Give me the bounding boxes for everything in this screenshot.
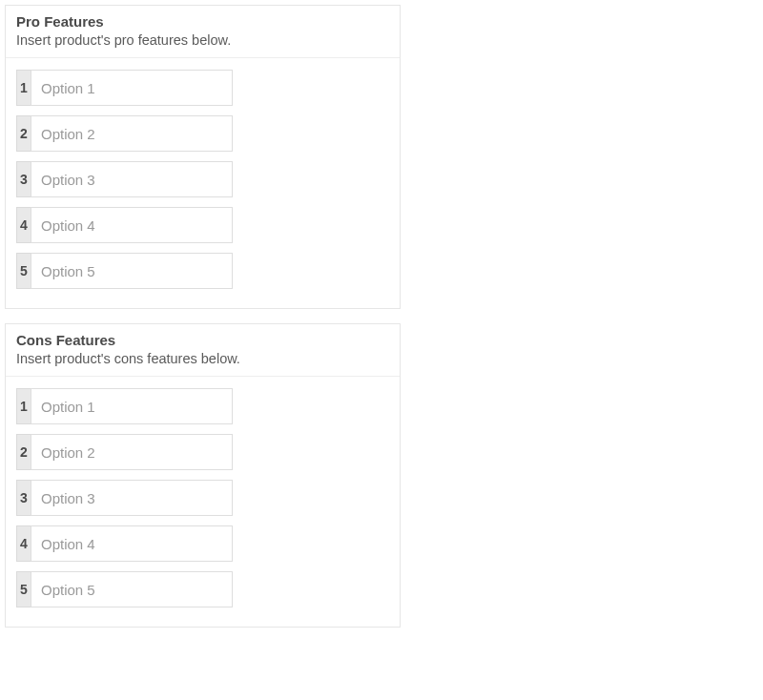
pro-option-input-5[interactable] bbox=[31, 253, 233, 289]
pro-option-input-3[interactable] bbox=[31, 161, 233, 197]
pro-option-input-2[interactable] bbox=[31, 115, 233, 152]
pro-option-number: 4 bbox=[16, 207, 31, 243]
cons-option-row: 1 bbox=[16, 388, 233, 424]
pro-option-number: 1 bbox=[16, 70, 31, 106]
cons-option-number: 3 bbox=[16, 480, 31, 516]
cons-option-row: 3 bbox=[16, 480, 233, 516]
pro-option-input-4[interactable] bbox=[31, 207, 233, 243]
cons-option-row: 4 bbox=[16, 525, 233, 562]
cons-option-number: 5 bbox=[16, 571, 31, 607]
cons-option-input-5[interactable] bbox=[31, 571, 233, 607]
cons-title: Cons Features bbox=[16, 332, 389, 348]
pro-features-panel: Pro Features Insert product's pro featur… bbox=[5, 5, 401, 309]
cons-option-number: 4 bbox=[16, 525, 31, 562]
pro-desc: Insert product's pro features below. bbox=[16, 32, 389, 48]
pro-body: 1 2 3 4 5 bbox=[6, 58, 400, 308]
pro-option-input-1[interactable] bbox=[31, 70, 233, 106]
cons-option-row: 5 bbox=[16, 571, 233, 607]
pro-option-row: 5 bbox=[16, 253, 233, 289]
pro-option-number: 2 bbox=[16, 115, 31, 152]
cons-option-input-4[interactable] bbox=[31, 525, 233, 562]
cons-option-input-3[interactable] bbox=[31, 480, 233, 516]
cons-option-input-2[interactable] bbox=[31, 434, 233, 470]
cons-desc: Insert product's cons features below. bbox=[16, 351, 389, 366]
cons-option-row: 2 bbox=[16, 434, 233, 470]
pro-option-row: 4 bbox=[16, 207, 233, 243]
pro-option-number: 3 bbox=[16, 161, 31, 197]
pro-option-number: 5 bbox=[16, 253, 31, 289]
cons-option-input-1[interactable] bbox=[31, 388, 233, 424]
pro-option-row: 3 bbox=[16, 161, 233, 197]
cons-features-panel: Cons Features Insert product's cons feat… bbox=[5, 323, 401, 628]
pro-option-row: 1 bbox=[16, 70, 233, 106]
pro-option-row: 2 bbox=[16, 115, 233, 152]
pro-header: Pro Features Insert product's pro featur… bbox=[6, 6, 400, 58]
cons-header: Cons Features Insert product's cons feat… bbox=[6, 324, 400, 377]
cons-body: 1 2 3 4 5 bbox=[6, 377, 400, 627]
pro-title: Pro Features bbox=[16, 13, 389, 30]
cons-option-number: 2 bbox=[16, 434, 31, 470]
cons-option-number: 1 bbox=[16, 388, 31, 424]
